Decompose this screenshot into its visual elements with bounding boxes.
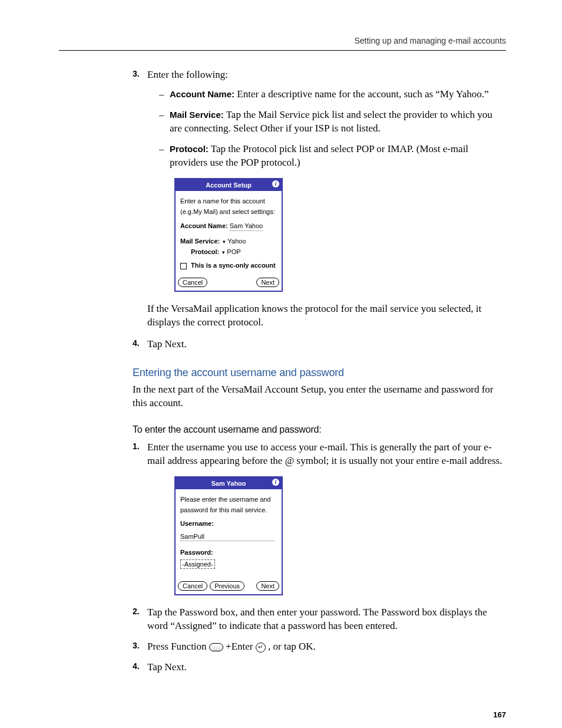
info-icon[interactable]: i	[272, 479, 279, 486]
protocol-note: If the VersaMail application knows the p…	[147, 302, 506, 330]
account-setup-screenshot: Account Setup i Enter a name for this ac…	[174, 178, 283, 292]
step-intro: Enter the following:	[147, 69, 228, 80]
step-text: Enter the username you use to access you…	[147, 442, 502, 466]
protocol-picklist[interactable]: POP	[221, 248, 240, 255]
palm-titlebar: Account Setup i	[176, 179, 282, 191]
username-password-screenshot: Sam Yahoo i Please enter the username an…	[174, 476, 283, 595]
step-text: Tap Next.	[147, 338, 187, 350]
cancel-button[interactable]: Cancel	[178, 581, 207, 591]
section-intro: In the next part of the VersaMail Accoun…	[133, 383, 506, 410]
next-button[interactable]: Next	[256, 581, 279, 591]
function-key-icon	[209, 643, 223, 651]
step-text-post: , or tap OK.	[266, 641, 316, 652]
palm-instruction: (e.g.My Mail) and select settings:	[180, 207, 277, 216]
palm-instruction: password for this mail service.	[180, 506, 277, 514]
step-text: Tap the Password box, and then enter you…	[147, 607, 487, 631]
step-4: 4. Tap Next.	[133, 338, 506, 351]
mail-service-picklist[interactable]: Yahoo	[222, 238, 246, 245]
field-label: Protocol:	[170, 144, 209, 154]
username-input[interactable]: SamPull	[180, 532, 275, 541]
palm-instruction: Please enter the username and	[180, 495, 277, 503]
step-number: 4.	[133, 338, 140, 349]
password-label: Password:	[180, 548, 277, 556]
enter-key-icon: ↵	[256, 643, 266, 653]
sync-only-checkbox[interactable]	[180, 263, 187, 269]
step-text: Tap Next.	[147, 661, 187, 673]
account-name-input[interactable]: Sam Yahoo	[230, 222, 263, 230]
palm-title-text: Sam Yahoo	[211, 480, 246, 487]
page-number: 167	[59, 710, 506, 720]
protocol-label: Protocol:	[191, 248, 219, 255]
field-text: Enter a descriptive name for the account…	[234, 88, 488, 100]
step-number: 3.	[133, 640, 140, 651]
palm-titlebar: Sam Yahoo i	[176, 477, 282, 489]
password-box[interactable]: -Assigned-	[180, 559, 215, 569]
step-4: 4. Tap Next.	[133, 661, 506, 674]
step-text-mid: +Enter	[223, 641, 256, 652]
account-name-label: Account Name:	[180, 222, 228, 229]
info-icon[interactable]: i	[272, 180, 279, 187]
palm-title-text: Account Setup	[206, 182, 252, 189]
step-number: 4.	[133, 661, 140, 672]
sync-only-label: This is a sync-only account	[191, 262, 276, 269]
step-number: 1.	[133, 441, 140, 452]
field-label: Mail Service:	[170, 110, 224, 120]
username-label: Username:	[180, 519, 277, 528]
page-content: 3. Enter the following: Account Name: En…	[133, 68, 506, 674]
substep-mail-service: Mail Service: Tap the Mail Service pick …	[159, 108, 506, 136]
substep-account-name: Account Name: Enter a descriptive name f…	[159, 88, 506, 101]
mail-service-label: Mail Service:	[180, 238, 220, 245]
substep-protocol: Protocol: Tap the Protocol pick list and…	[159, 143, 506, 170]
step-number: 2.	[133, 606, 140, 617]
step-3: 3. Press Function +Enter ↵ , or tap OK.	[133, 640, 506, 654]
field-label: Account Name:	[170, 89, 234, 99]
step-1: 1. Enter the username you use to access …	[133, 441, 506, 595]
step-2: 2. Tap the Password box, and then enter …	[133, 606, 506, 633]
step-text-pre: Press Function	[147, 641, 209, 652]
step-number: 3.	[133, 68, 140, 80]
page-header: Setting up and managing e-mail accounts	[59, 35, 506, 51]
procedure-heading: To enter the account username and passwo…	[133, 423, 506, 436]
next-button[interactable]: Next	[256, 278, 279, 287]
cancel-button[interactable]: Cancel	[178, 278, 207, 287]
section-heading: Entering the account username and passwo…	[133, 365, 506, 380]
palm-instruction: Enter a name for this account	[180, 197, 277, 205]
step-3: 3. Enter the following: Account Name: En…	[133, 68, 506, 330]
field-text: Tap the Protocol pick list and select PO…	[170, 143, 468, 168]
previous-button[interactable]: Previous	[210, 581, 244, 591]
